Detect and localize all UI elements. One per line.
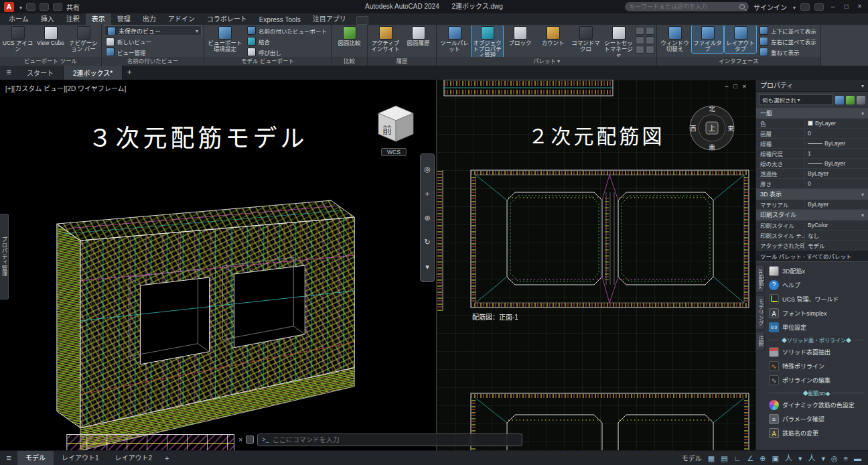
file-tab-menu-icon[interactable] [0, 66, 17, 80]
orbit-icon[interactable]: ↻ [424, 238, 430, 246]
palette-mini-icon-4[interactable] [646, 36, 654, 44]
signin-caret-icon[interactable] [792, 3, 796, 11]
blocks-palette-button[interactable]: ブロック [504, 25, 536, 47]
navbar-menu-icon[interactable]: ▾ [425, 263, 429, 271]
tool-palettes-button[interactable]: ツールパレット [439, 25, 470, 53]
tab-collaborate[interactable]: コラボレート [201, 12, 253, 25]
drawing-compare-button[interactable]: 図面比較 [334, 25, 365, 47]
new-layout-button[interactable] [160, 454, 173, 462]
property-row-material[interactable]: マテリアル ByLayer [756, 200, 868, 210]
navigation-bar-button[interactable]: ナビゲーション バー [68, 25, 99, 53]
tile-horizontally-button[interactable]: 上下に並べて表示 [757, 25, 818, 36]
section-header-3d-visualization[interactable]: 3D 表示 [756, 189, 868, 200]
activity-insights-button[interactable]: アクティブインサイト [370, 25, 401, 53]
isolate-objects-icon[interactable]: ◎ [831, 451, 838, 465]
tool-units-setting[interactable]: 0.0 単位設定 [766, 320, 867, 334]
signin-button[interactable]: サインイン [753, 2, 787, 12]
named-viewports-button[interactable]: 名前の付いたビューポート [245, 25, 329, 36]
tool-special-polyline[interactable]: 特殊ポリライン [766, 359, 867, 373]
autoscale-icon[interactable]: 人 [808, 451, 815, 465]
pan-icon[interactable]: + [425, 190, 429, 198]
viewport-configuration-button[interactable]: ビューポート環境設定 [206, 25, 244, 57]
search-icon[interactable] [739, 4, 745, 9]
tool-dynamic-rebar-colors[interactable]: ダイナミック鉄筋の色設定 [766, 398, 867, 412]
property-row-plot-table-attached[interactable]: アタッチされた印... モデル [756, 241, 868, 251]
model-space-button[interactable]: モデル [682, 453, 702, 463]
command-macros-button[interactable]: コマンドマクロ [570, 25, 601, 53]
tool-font-simplex[interactable]: フォントsimplex [766, 306, 867, 320]
file-tabs-toggle-button[interactable]: ファイルタブ [692, 25, 723, 53]
anchored-palette-tab[interactable]: プロパティ管理 [0, 214, 9, 300]
tool-help[interactable]: ヘルプ [766, 278, 867, 292]
app-menu-caret-icon[interactable] [18, 3, 22, 11]
tool-ucs-world[interactable]: UCS 管理、ワールド [766, 292, 867, 306]
drawing-history-button[interactable]: 図面履歴 [403, 25, 434, 47]
tab-express-tools[interactable]: Express Tools [253, 15, 307, 25]
autocad-logo-icon[interactable]: A [4, 2, 14, 12]
object-snap-icon[interactable]: ⊕ [760, 451, 766, 465]
quick-access-icon-3[interactable] [53, 3, 62, 11]
new-view-button[interactable]: 新しいビュー [104, 37, 153, 46]
palette-mini-icon-5[interactable] [636, 46, 644, 54]
tab-annotate[interactable]: 注釈 [60, 12, 86, 25]
properties-palette-titlebar[interactable]: プロパティ [756, 80, 868, 92]
select-objects-icon[interactable] [846, 96, 855, 105]
property-row-linetype[interactable]: 線種 ByLayer [756, 139, 868, 149]
steering-wheel-icon[interactable]: ◎ [424, 165, 431, 173]
ribbon-display-toggle-icon[interactable] [356, 16, 368, 25]
ucs-icon-button[interactable]: UCS アイコン [2, 25, 33, 53]
tile-vertically-button[interactable]: 左右に並べて表示 [757, 36, 818, 46]
layout1-tab[interactable]: レイアウト1 [54, 451, 107, 465]
view-compass[interactable]: 北 東 南 西 上 [686, 103, 737, 153]
property-row-plot-style-table[interactable]: 印刷スタイル テ... なし [756, 230, 868, 241]
palette-mini-icon-2[interactable] [646, 27, 654, 35]
restore-viewports-button[interactable]: 呼び出し [245, 47, 329, 57]
toggle-pickadd-icon[interactable] [835, 96, 844, 105]
dynamic-input-icon[interactable]: ▣ [772, 451, 779, 465]
layout2-tab[interactable]: レイアウト2 [107, 451, 161, 465]
autoscale-caret-icon[interactable]: ▾ [821, 451, 825, 465]
palette-tab-3d-haikin[interactable]: 3D配筋x [756, 265, 765, 293]
view-cube[interactable]: 前 WCS [369, 96, 419, 160]
snap-mode-icon[interactable]: ▤ [721, 451, 727, 465]
cascade-windows-button[interactable]: 重ねて表示 [757, 47, 818, 57]
layout-tabs-toggle-button[interactable]: レイアウトタブ [725, 25, 756, 53]
command-input[interactable] [273, 436, 518, 444]
tool-rename-rebar[interactable]: 鉄筋名の変更 [766, 426, 867, 440]
command-input-wrap[interactable]: >_ [257, 434, 522, 446]
grid-display-icon[interactable]: ▦ [708, 451, 715, 465]
count-palette-button[interactable]: カウント [537, 25, 569, 47]
customization-icon[interactable]: ≡ [844, 451, 848, 465]
property-row-layer[interactable]: 画層 0 [756, 129, 868, 139]
group-label-palettes[interactable]: パレット [437, 57, 656, 66]
view-cube-button[interactable]: View Cube [35, 25, 66, 47]
minimize-window-icon[interactable]: – [725, 82, 728, 90]
tool-parameter-check[interactable]: パラメータ確認 [766, 412, 867, 426]
model-tab[interactable]: モデル [17, 451, 54, 465]
tab-featured-apps[interactable]: 注目アプリ [307, 12, 352, 25]
quick-access-icon-2[interactable] [40, 3, 49, 11]
tool-3d-haikin[interactable]: 3D配筋x [766, 264, 867, 278]
document-tab[interactable]: 2連ボックス* [64, 66, 123, 80]
tab-output[interactable]: 出力 [137, 12, 162, 25]
properties-menu-caret-icon[interactable] [860, 80, 864, 91]
selection-dropdown[interactable]: 何も選択されていません [759, 94, 833, 105]
palette-tab-annotation[interactable]: 注釈 [756, 332, 765, 350]
new-drawing-tab-button[interactable] [123, 66, 136, 80]
tab-addins[interactable]: アドイン [162, 12, 201, 25]
property-row-lineweight[interactable]: 線の太さ ByLayer [756, 159, 868, 169]
maximize-icon[interactable]: □ [842, 0, 851, 13]
start-tab[interactable]: スタート [17, 66, 64, 80]
polar-tracking-icon[interactable]: ∠ [747, 451, 753, 465]
viewport-controls[interactable]: [+][カスタム ビュー][2D ワイヤフレーム] [5, 83, 126, 93]
tab-insert[interactable]: 挿入 [35, 12, 60, 25]
viewport-2d[interactable]: – □ × ２次元配筋図 [437, 80, 755, 450]
palette-mini-icon-1[interactable] [636, 27, 644, 35]
tab-view[interactable]: 表示 [86, 12, 111, 25]
minimize-icon[interactable]: – [828, 0, 837, 13]
tool-palette-titlebar[interactable]: ツール パレット - すべてのパレット [756, 251, 868, 262]
search-input[interactable] [629, 3, 737, 10]
view-dropdown[interactable]: 未保存のビュー [104, 25, 202, 36]
command-close-icon[interactable] [238, 436, 242, 444]
tool-solid-surface-extract[interactable]: ソリッド表面抽出 [766, 345, 867, 359]
